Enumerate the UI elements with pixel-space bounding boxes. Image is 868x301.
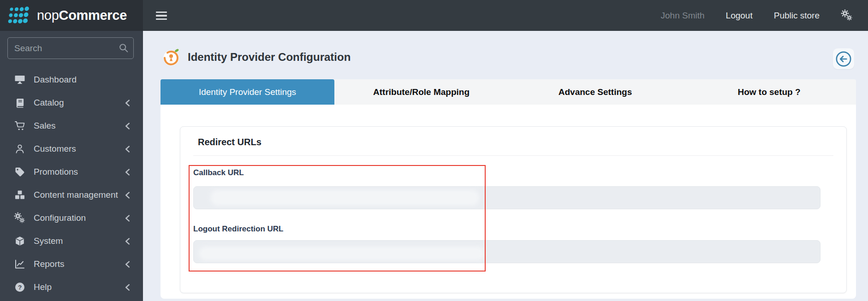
brand-dots-icon: [7, 6, 31, 26]
desktop-icon: [14, 74, 26, 85]
search-input[interactable]: [7, 37, 134, 59]
redacted-value-overlay: [211, 190, 479, 206]
callback-url-label: Callback URL: [193, 168, 244, 177]
sidebar-item-configuration[interactable]: Configuration: [0, 207, 143, 230]
sidebar-item-dashboard[interactable]: Dashboard: [0, 68, 143, 91]
search-icon[interactable]: [119, 43, 129, 55]
tab-how-to-setup[interactable]: How to setup ?: [682, 79, 856, 105]
sidebar-item-customers[interactable]: Customers: [0, 137, 143, 160]
sidebar-item-reports[interactable]: Reports: [0, 253, 143, 276]
gears-icon: [14, 212, 26, 224]
sidebar-item-content-management[interactable]: Content management: [0, 183, 143, 207]
sidebar-item-label: System: [34, 236, 63, 246]
cart-icon: [14, 120, 26, 131]
sidebar-item-help[interactable]: ? Help: [0, 276, 143, 299]
sidebar-item-label: Sales: [34, 121, 56, 131]
sidebar: Dashboard Catalog: [0, 31, 143, 301]
settings-gears-icon[interactable]: [841, 9, 853, 22]
sidebar-item-label: Catalog: [34, 98, 64, 108]
sidebar-item-label: Reports: [34, 259, 65, 269]
tab-attribute-role-mapping[interactable]: Attribute/Role Mapping: [334, 79, 508, 105]
tab-content-panel: Redirect URLs Callback URL Logout Redire…: [161, 105, 856, 299]
app-window: nopCommerce John Smith Logout Public sto…: [0, 0, 868, 301]
chart-line-icon: [14, 259, 26, 270]
logout-link[interactable]: Logout: [726, 11, 753, 21]
sidebar-item-label: Promotions: [34, 167, 78, 177]
sidebar-item-system[interactable]: System: [0, 230, 143, 253]
chevron-left-icon: [125, 238, 130, 245]
tag-icon: [14, 166, 26, 177]
chevron-left-icon: [125, 261, 130, 268]
cubes-icon: [14, 189, 26, 201]
tab-advance-settings[interactable]: Advance Settings: [508, 79, 682, 105]
nopcommerce-logo[interactable]: nopCommerce: [0, 0, 143, 31]
sidebar-item-label: Content management: [34, 190, 118, 200]
tab-bar: Identity Provider Settings Attribute/Rol…: [161, 79, 856, 105]
redacted-value-overlay: [199, 247, 485, 260]
sidebar-item-sales[interactable]: Sales: [0, 114, 143, 137]
back-button[interactable]: [833, 48, 854, 69]
sidebar-toggle-hamburger-icon[interactable]: [156, 8, 172, 24]
chevron-left-icon: [125, 100, 130, 106]
brand-name: nopCommerce: [37, 8, 127, 23]
divider: [193, 155, 833, 156]
chevron-left-icon: [125, 146, 130, 153]
identity-provider-icon: [161, 47, 181, 67]
redirect-urls-card: Redirect URLs Callback URL Logout Redire…: [180, 126, 847, 293]
logout-redirection-url-label: Logout Redirection URL: [193, 224, 283, 234]
redirect-urls-heading: Redirect URLs: [198, 137, 262, 148]
user-icon: [14, 143, 26, 154]
chevron-left-icon: [125, 123, 130, 130]
sidebar-item-catalog[interactable]: Catalog: [0, 91, 143, 114]
sidebar-item-label: Dashboard: [34, 75, 77, 85]
sidebar-menu: Dashboard Catalog: [0, 65, 143, 299]
svg-text:?: ?: [18, 284, 22, 291]
sidebar-item-label: Help: [34, 282, 52, 292]
topbar-actions: John Smith Logout Public store: [661, 0, 868, 31]
sidebar-item-label: Customers: [34, 144, 76, 154]
main-content: Identity Provider Configuration Identity…: [143, 31, 868, 301]
logged-in-user-link[interactable]: John Smith: [661, 11, 705, 21]
top-navbar: nopCommerce John Smith Logout Public sto…: [0, 0, 868, 31]
chevron-left-icon: [125, 215, 130, 222]
chevron-left-icon: [125, 192, 130, 199]
question-circle-icon: ?: [14, 282, 26, 293]
page-title: Identity Provider Configuration: [188, 51, 351, 64]
sidebar-item-label: Configuration: [34, 213, 86, 223]
chevron-left-icon: [125, 169, 130, 176]
tab-identity-provider-settings[interactable]: Identity Provider Settings: [161, 79, 334, 105]
public-store-link[interactable]: Public store: [774, 11, 820, 21]
arrow-left-circle-icon: [835, 51, 852, 67]
chevron-left-icon: [125, 284, 130, 291]
sidebar-item-promotions[interactable]: Promotions: [0, 160, 143, 183]
cube-icon: [14, 236, 26, 247]
page-header: Identity Provider Configuration: [161, 47, 351, 67]
book-icon: [14, 97, 26, 108]
